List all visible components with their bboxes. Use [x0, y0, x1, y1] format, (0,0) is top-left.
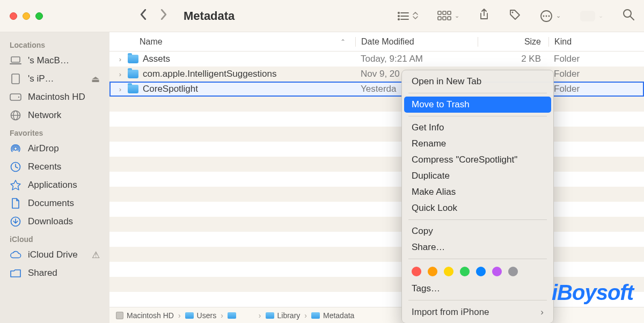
window-controls	[10, 12, 43, 20]
sidebar-item-label: Documents	[28, 198, 100, 209]
menu-separator	[408, 259, 547, 259]
path-label: Library	[277, 311, 301, 320]
svg-rect-11	[448, 17, 451, 20]
menu-item-tags[interactable]: Tags…	[402, 281, 553, 297]
tag-gray[interactable]	[508, 267, 518, 276]
share-button[interactable]	[479, 9, 489, 23]
path-segment[interactable]: Users	[185, 311, 217, 320]
sort-caret-icon: ⌃	[340, 38, 346, 46]
sidebar-item-macintosh-hd[interactable]: Macintosh HD	[0, 88, 109, 106]
disclosure-icon[interactable]: ›	[117, 70, 123, 78]
tag-red[interactable]	[412, 267, 421, 276]
path-bar: Macintosh HD › Users › › Library › Metad…	[109, 307, 644, 323]
folder-icon	[185, 312, 194, 319]
column-header-name[interactable]: Name ⌃	[109, 37, 355, 47]
sidebar-item-icloud-drive[interactable]: iCloud Drive ⚠	[0, 246, 109, 264]
menu-item-share[interactable]: Share…	[402, 239, 553, 255]
table-row[interactable]: › CoreSpotlight Yesterda Folder	[109, 82, 644, 97]
table-row[interactable]: › com.apple.IntelligentSuggestions Nov 9…	[109, 67, 644, 82]
tag-yellow[interactable]	[444, 267, 453, 276]
sidebar-item-ipad[interactable]: 's iP… ⏏	[0, 70, 109, 88]
path-segment[interactable]: Metadata	[311, 311, 354, 320]
path-segment[interactable]	[228, 312, 254, 319]
svg-point-12	[512, 12, 514, 13]
svg-point-17	[624, 10, 631, 17]
airdrop-icon	[10, 143, 21, 155]
sidebar-item-applications[interactable]: Applications	[0, 176, 109, 194]
sidebar-item-recents[interactable]: Recents	[0, 158, 109, 176]
sidebar-item-label: Recents	[28, 162, 100, 172]
menu-item-compress[interactable]: Compress "CoreSpotlight"	[402, 152, 553, 168]
back-button[interactable]	[140, 9, 147, 23]
menu-separator	[408, 116, 547, 116]
svg-rect-9	[438, 17, 441, 20]
tag-blue[interactable]	[476, 267, 486, 276]
sidebar-item-macbook[interactable]: 's MacB…	[0, 52, 109, 70]
context-menu: Open in New Tab Move to Trash Get Info R…	[401, 70, 554, 323]
file-kind: Folder	[548, 54, 644, 64]
sidebar-item-airdrop[interactable]: AirDrop	[0, 140, 109, 158]
folder-icon	[128, 70, 138, 78]
folder-icon	[311, 312, 320, 319]
menu-item-open-new-tab[interactable]: Open in New Tab	[402, 74, 553, 90]
close-window-button[interactable]	[10, 12, 17, 20]
sidebar-item-downloads[interactable]: Downloads	[0, 212, 109, 231]
sidebar-item-documents[interactable]: Documents	[0, 194, 109, 212]
minimize-window-button[interactable]	[23, 12, 30, 20]
magnifier-icon	[623, 9, 634, 20]
file-name: Assets	[143, 54, 170, 64]
tags-button[interactable]	[509, 9, 521, 23]
sidebar-section-icloud: iCloud	[0, 231, 109, 246]
forward-button[interactable]	[160, 9, 167, 23]
sidebar-item-label: 's iP…	[28, 74, 85, 84]
menu-item-rename[interactable]: Rename	[402, 136, 553, 152]
menu-separator	[408, 219, 547, 220]
path-segment[interactable]: Library	[266, 311, 301, 320]
menu-item-duplicate[interactable]: Duplicate	[402, 168, 553, 184]
clock-icon	[10, 161, 21, 173]
menu-item-copy[interactable]: Copy	[402, 223, 553, 239]
group-by-button[interactable]: ⌄	[437, 11, 459, 21]
path-separator-icon: ›	[304, 311, 307, 320]
path-segment[interactable]: Macintosh HD	[116, 311, 174, 320]
empty-row	[109, 247, 644, 262]
tag-orange[interactable]	[428, 267, 437, 276]
svg-line-18	[631, 17, 634, 20]
sidebar-section-favorites: Favorites	[0, 124, 109, 140]
svg-rect-6	[438, 11, 441, 14]
menu-item-quick-look[interactable]: Quick Look	[402, 200, 553, 216]
menu-item-make-alias[interactable]: Make Alias	[402, 184, 553, 200]
sidebar-item-network[interactable]: Network	[0, 106, 109, 124]
disk-icon	[116, 312, 123, 319]
menu-item-label: Import from iPhone	[412, 307, 489, 318]
table-row[interactable]: › Assets Today, 9:21 AM 2 KB Folder	[109, 52, 644, 67]
column-header-size[interactable]: Size	[478, 37, 548, 47]
tag-purple[interactable]	[492, 267, 502, 276]
shared-folder-icon	[10, 267, 21, 279]
menu-item-import-from-iphone[interactable]: Import from iPhone ›	[402, 304, 553, 319]
tag-green[interactable]	[460, 267, 470, 276]
svg-point-27	[14, 147, 17, 150]
sidebar-item-shared[interactable]: Shared	[0, 264, 109, 282]
column-header-kind[interactable]: Kind	[548, 37, 644, 47]
eject-icon[interactable]: ⏏	[91, 74, 100, 85]
toolbar-icons: ⌄ ⌄	[397, 9, 634, 23]
zoom-window-button[interactable]	[35, 12, 43, 20]
file-name: CoreSpotlight	[143, 84, 198, 94]
action-menu-button[interactable]: ⌄	[540, 10, 561, 23]
svg-rect-20	[10, 63, 21, 64]
disclosure-icon[interactable]: ›	[117, 85, 123, 93]
sidebar-item-label: Applications	[28, 180, 100, 190]
search-button[interactable]	[623, 9, 634, 23]
chevron-down-icon: ⌄	[556, 12, 561, 19]
menu-item-move-to-trash[interactable]: Move to Trash	[404, 97, 551, 113]
file-kind: Folder	[548, 84, 644, 94]
column-header-date[interactable]: Date Modified	[355, 37, 478, 47]
file-list: › Assets Today, 9:21 AM 2 KB Folder › co…	[109, 52, 644, 307]
view-mode-button[interactable]	[397, 11, 418, 21]
pill-menu-button[interactable]: ⌄	[580, 11, 603, 21]
menu-item-get-info[interactable]: Get Info	[402, 120, 553, 136]
doc-icon	[10, 197, 21, 209]
path-label: Users	[197, 311, 217, 320]
disclosure-icon[interactable]: ›	[117, 55, 123, 63]
